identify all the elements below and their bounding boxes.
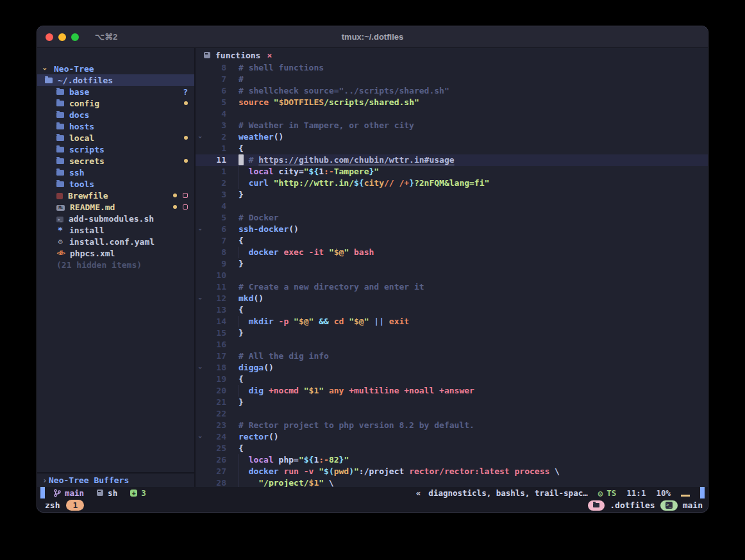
line-content: weather() <box>226 131 283 143</box>
markdown-icon <box>56 205 65 211</box>
titlebar[interactable]: ⌥⌘2 tmux:~/.dotfiles <box>37 26 708 48</box>
code-buffer[interactable]: 8# shell functions7#6# shellcheck source… <box>196 62 708 487</box>
tree-item-docs[interactable]: docs <box>37 109 194 120</box>
tree-item-label: tools <box>69 179 94 189</box>
fold-chevron-icon[interactable]: › <box>196 293 205 304</box>
code-line[interactable]: 15} <box>196 327 708 339</box>
code-token: :- <box>324 167 334 176</box>
url-link[interactable]: https://github.com/chubin/wttr.in#usage <box>258 155 454 165</box>
code-line[interactable]: 25{ <box>196 443 708 454</box>
code-line[interactable]: 8# shell functions <box>196 62 708 74</box>
code-line[interactable]: 28 "/project/$1" \ <box>196 477 708 487</box>
code-token: ?2nFQM&lang=fi" <box>414 178 489 188</box>
traffic-lights <box>37 33 79 41</box>
tree-item-readme-md[interactable]: README.md <box>37 201 194 213</box>
tree-item-scripts[interactable]: scripts <box>37 144 194 155</box>
code-line[interactable]: 3# Weather in Tampere, or other city <box>196 120 708 131</box>
code-line[interactable]: 19{ <box>196 374 708 385</box>
tree-item-tools[interactable]: tools <box>37 178 194 190</box>
code-line[interactable]: 11# Create a new directory and enter it <box>196 281 708 293</box>
code-line[interactable]: 21} <box>196 397 708 408</box>
neo-tree-buffers-section[interactable]: › Neo-Tree Buffers <box>37 472 194 487</box>
neo-tree-header[interactable]: › Neo-Tree <box>37 63 194 74</box>
code-line[interactable]: 4 <box>196 201 708 212</box>
tree-item-install-conf-yaml[interactable]: install.conf.yaml <box>37 236 194 247</box>
tmux-window-index-badge[interactable]: 1 <box>66 500 84 511</box>
code-line[interactable]: 5source "$DOTFILES/scripts/shared.sh" <box>196 97 708 108</box>
code-token: -p <box>274 317 289 326</box>
tree-item-phpcs-xml[interactable]: phpcs.xml <box>37 247 194 259</box>
code-line[interactable]: 6# shellcheck source="../scripts/shared.… <box>196 85 708 97</box>
code-line[interactable]: 1{ <box>196 143 708 154</box>
tree-item-config[interactable]: config <box>37 97 194 109</box>
tree-item-add-submodules-sh[interactable]: add-submodules.sh <box>37 213 194 224</box>
close-window-button[interactable] <box>46 33 53 41</box>
code-line[interactable]: 5# Docker <box>196 212 708 224</box>
code-line[interactable]: 7# <box>196 74 708 85</box>
tree-item-install[interactable]: install <box>37 224 194 236</box>
session-badge[interactable] <box>588 500 605 511</box>
close-tab-icon[interactable]: × <box>267 51 272 60</box>
code-line[interactable]: 10 <box>196 270 708 281</box>
minimize-window-button[interactable] <box>58 33 66 41</box>
code-line[interactable]: 16 <box>196 339 708 350</box>
fold-chevron-icon[interactable]: › <box>196 362 205 374</box>
tmux-window-name[interactable]: zsh <box>42 500 66 510</box>
fold-chevron-icon[interactable]: › <box>196 431 205 443</box>
code-token: local <box>249 167 274 176</box>
code-line[interactable]: 3} <box>196 189 708 201</box>
fold-chevron-icon[interactable]: › <box>196 224 205 235</box>
indent-guide <box>239 316 249 327</box>
code-line[interactable]: 20dig +nocmd "$1" any +multiline +noall … <box>196 385 708 397</box>
tree-item-label: ssh <box>69 168 84 177</box>
chevron-icon: › <box>196 435 206 440</box>
host-badge[interactable] <box>660 500 678 511</box>
zoom-window-button[interactable] <box>71 33 79 41</box>
code-token: # <box>239 74 244 84</box>
line-number: 11 <box>205 154 226 166</box>
tree-item-base[interactable]: base? <box>37 86 194 97</box>
code-token: $DOTFILES <box>279 97 324 107</box>
code-line[interactable]: ›18digga() <box>196 362 708 374</box>
code-line[interactable]: 14mkdir -p "$@" && cd "$@" || exit <box>196 316 708 327</box>
code-token: dig <box>249 386 264 395</box>
line-number: 23 <box>205 420 226 431</box>
line-number: 18 <box>205 362 226 374</box>
git-branch-icon <box>54 489 61 497</box>
code-token: \ <box>549 466 560 476</box>
code-token: $@ <box>299 317 309 326</box>
git-modified-dot-icon <box>184 159 188 163</box>
code-line[interactable]: 8docker exec -it "$@" bash <box>196 247 708 258</box>
brew-icon <box>56 193 63 199</box>
tree-item-hosts[interactable]: hosts <box>37 120 194 132</box>
code-line[interactable]: ›24rector() <box>196 431 708 443</box>
tree-item-brewfile[interactable]: Brewfile <box>37 190 194 201</box>
code-line[interactable]: ›6ssh-docker() <box>196 224 708 235</box>
line-content: # Weather in Tampere, or other city <box>226 120 414 131</box>
tree-item-ssh[interactable]: ssh <box>37 167 194 178</box>
tree-item-label: ~/.dotfiles <box>58 76 113 85</box>
tmux-host-label: main <box>683 500 703 510</box>
code-line[interactable]: 26local php="${1:-82}" <box>196 454 708 466</box>
code-line[interactable]: 17# All the dig info <box>196 350 708 362</box>
fold-chevron-icon[interactable]: › <box>196 131 205 143</box>
code-line[interactable]: 27docker run -v "$(pwd)":/project rector… <box>196 466 708 477</box>
tab-functions[interactable]: functions × <box>204 51 272 60</box>
code-line[interactable]: 22 <box>196 408 708 420</box>
code-line[interactable]: ›2weather() <box>196 131 708 143</box>
fold-column <box>196 108 205 120</box>
code-line[interactable]: 23# Rector project to php version 8.2 by… <box>196 420 708 431</box>
code-token: city <box>364 178 384 188</box>
code-line[interactable]: 1local city="${1:-Tampere}" <box>196 166 708 177</box>
tree-item-secrets[interactable]: secrets <box>37 155 194 167</box>
tree-item-root[interactable]: ~/.dotfiles <box>37 74 194 86</box>
tree-item-local[interactable]: local <box>37 132 194 144</box>
code-line[interactable]: 9} <box>196 258 708 270</box>
code-line[interactable]: 2curl "http://wttr.in/${city// /+}?2nFQM… <box>196 177 708 189</box>
code-line[interactable]: 13{ <box>196 304 708 316</box>
code-line[interactable]: 11 # https://github.com/chubin/wttr.in#u… <box>196 154 708 166</box>
code-line[interactable]: 4 <box>196 108 708 120</box>
code-line[interactable]: 7{ <box>196 235 708 247</box>
code-token: ${ <box>309 167 319 176</box>
code-line[interactable]: ›12mkd() <box>196 293 708 304</box>
